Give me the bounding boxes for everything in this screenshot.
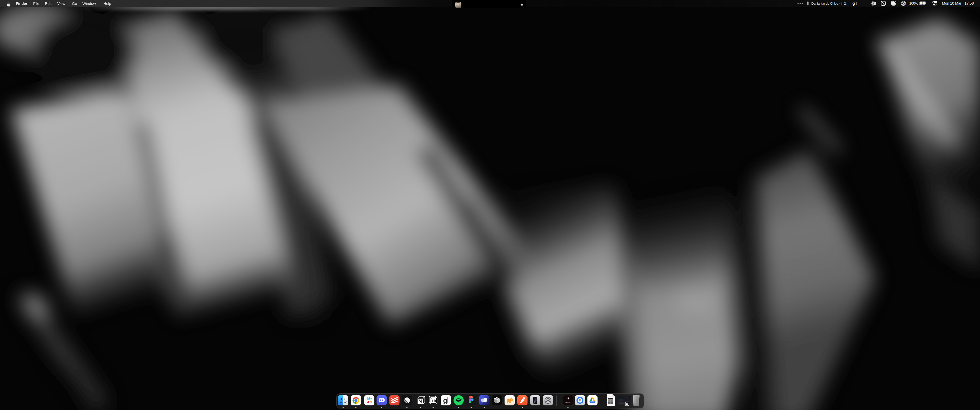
svg-text:10: 10 (431, 399, 436, 404)
svg-text:N: N (418, 399, 422, 404)
svg-text:raycast: raycast (565, 401, 571, 404)
svg-text:g: g (443, 396, 447, 404)
svg-text:11: 11 (626, 403, 628, 405)
